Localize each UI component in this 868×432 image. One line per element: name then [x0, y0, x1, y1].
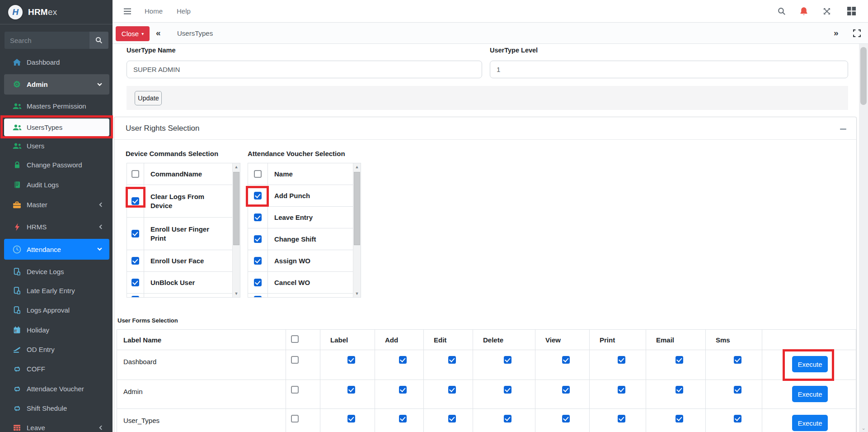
sidebar-item-logs-approval[interactable]: Logs Approval — [0, 300, 113, 320]
tabs-scroll-right-icon[interactable]: » — [834, 23, 838, 43]
delete-checkbox[interactable] — [504, 386, 511, 394]
view-checkbox[interactable] — [562, 356, 570, 364]
sidebar-item-device-logs[interactable]: Device Logs — [0, 262, 113, 281]
row-checkbox[interactable] — [254, 235, 262, 243]
row-select-checkbox[interactable] — [291, 386, 299, 394]
row-checkbox[interactable] — [131, 197, 139, 205]
update-button[interactable]: Update — [135, 91, 162, 105]
row-checkbox[interactable] — [131, 257, 139, 265]
briefcase-icon — [12, 201, 22, 209]
add-checkbox[interactable] — [399, 415, 407, 423]
sidebar-item-shift-shedule[interactable]: Shift Shedule — [0, 399, 113, 418]
delete-checkbox[interactable] — [504, 356, 511, 364]
edit-checkbox[interactable] — [448, 356, 456, 364]
email-checkbox[interactable] — [676, 356, 683, 364]
usertype-name-input[interactable] — [127, 61, 482, 78]
sidebar-item-od-entry[interactable]: OD Entry — [0, 340, 113, 359]
tab-userstypes[interactable]: UsersTypes — [177, 23, 213, 43]
label-checkbox[interactable] — [347, 356, 355, 364]
search-icon[interactable] — [778, 0, 786, 22]
edit-checkbox[interactable] — [448, 415, 456, 423]
sidebar-item-masters-permission[interactable]: Masters Permission — [0, 96, 113, 116]
close-dropdown-button[interactable]: Close▾ — [116, 26, 150, 41]
row-select-checkbox[interactable] — [291, 356, 299, 364]
chevron-down-icon — [97, 247, 102, 251]
sidebar-item-leave[interactable]: Leave — [0, 418, 113, 432]
scroll-down-icon[interactable]: ⌄ — [859, 425, 868, 431]
select-all-checkbox[interactable] — [291, 335, 299, 343]
sidebar-search-button[interactable] — [89, 32, 108, 49]
sidebar-item-audit-logs[interactable]: Audit Logs — [0, 175, 113, 195]
row-checkbox[interactable] — [254, 192, 262, 199]
sms-checkbox[interactable] — [734, 415, 741, 423]
sidebar-item-attendance[interactable]: Attendance — [4, 239, 109, 260]
table-scrollbar[interactable]: ▲ ▼ — [232, 163, 240, 297]
sidebar-item-hrms[interactable]: HRMS — [0, 217, 113, 237]
select-all-checkbox[interactable] — [131, 170, 139, 178]
row-checkbox[interactable] — [131, 230, 139, 237]
tabs-scroll-left-icon[interactable]: « — [156, 23, 160, 43]
row-checkbox[interactable] — [254, 214, 262, 221]
sidebar-item-late-early-entry[interactable]: Late Early Entry — [0, 281, 113, 300]
brand[interactable]: H HRMex — [0, 0, 113, 24]
execute-button[interactable]: Execute — [792, 415, 828, 431]
email-checkbox[interactable] — [676, 415, 683, 423]
nav-link-help[interactable]: Help — [177, 0, 191, 22]
chevron-down-icon — [97, 83, 102, 86]
sidebar-item-dashboard[interactable]: Dashboard — [0, 52, 113, 72]
print-checkbox[interactable] — [618, 386, 625, 394]
sidebar-item-attendace-voucher[interactable]: Attendace Voucher — [0, 379, 113, 399]
sms-checkbox[interactable] — [734, 386, 741, 394]
execute-button[interactable]: Execute — [792, 386, 828, 402]
row-checkbox[interactable] — [254, 296, 262, 298]
sidebar-item-change-password[interactable]: Change Password — [0, 155, 113, 175]
sidebar-item-admin[interactable]: ⚙ Admin — [4, 74, 109, 95]
calendar-icon: 31 — [12, 326, 22, 334]
row-checkbox[interactable] — [254, 279, 262, 286]
grid-apps-icon[interactable] — [847, 0, 856, 22]
label-checkbox[interactable] — [347, 386, 355, 394]
row-checkbox[interactable] — [254, 257, 262, 265]
scroll-up-icon[interactable]: ▲ — [233, 163, 240, 171]
table-scrollbar[interactable]: ▲ ▼ — [353, 163, 361, 297]
sidebar-item-users[interactable]: Users — [0, 136, 113, 156]
add-checkbox[interactable] — [399, 386, 407, 394]
card-header: User Rights Selection — [114, 117, 856, 140]
sms-checkbox[interactable] — [734, 356, 741, 364]
delete-checkbox[interactable] — [504, 415, 511, 423]
edit-checkbox[interactable] — [448, 386, 456, 394]
hamburger-menu-icon[interactable] — [123, 0, 131, 22]
scrollbar-thumb[interactable] — [860, 47, 867, 105]
bell-icon[interactable] — [800, 0, 808, 22]
hrmex-logo-icon: H — [8, 5, 23, 19]
scroll-up-icon[interactable]: ▲ — [353, 163, 361, 171]
email-checkbox[interactable] — [676, 386, 683, 394]
sidebar-search-input[interactable] — [5, 32, 89, 49]
sidebar-item-master[interactable]: Master — [0, 195, 113, 214]
row-checkbox[interactable] — [131, 296, 139, 298]
view-checkbox[interactable] — [562, 415, 570, 423]
execute-button[interactable]: Execute — [792, 356, 828, 372]
label-checkbox[interactable] — [347, 415, 355, 423]
sidebar-item-holiday[interactable]: 31 Holiday — [0, 320, 113, 340]
fullscreen-icon[interactable] — [853, 29, 861, 39]
select-all-checkbox[interactable] — [254, 170, 262, 178]
row-checkbox[interactable] — [131, 279, 139, 286]
view-checkbox[interactable] — [562, 386, 570, 394]
scroll-down-icon[interactable]: ▼ — [353, 290, 361, 297]
sidebar-item-userstypes[interactable]: UsersTypes — [4, 119, 109, 136]
table-row: Cancel WO — [248, 272, 353, 294]
print-checkbox[interactable] — [618, 356, 625, 364]
nav-link-home[interactable]: Home — [145, 0, 163, 22]
page-scrollbar[interactable]: ⌄ — [859, 44, 868, 432]
add-checkbox[interactable] — [399, 356, 407, 364]
usertype-level-input[interactable] — [490, 61, 848, 78]
sidebar-item-coff[interactable]: COFF — [0, 359, 113, 379]
expand-arrows-icon[interactable] — [823, 0, 831, 22]
print-checkbox[interactable] — [618, 415, 625, 423]
lock-icon — [12, 161, 22, 169]
collapse-minus-icon[interactable] — [838, 126, 848, 132]
scroll-down-icon[interactable]: ▼ — [233, 290, 240, 297]
table-row-admin: Admin Execute — [117, 380, 856, 409]
row-select-checkbox[interactable] — [291, 415, 299, 423]
